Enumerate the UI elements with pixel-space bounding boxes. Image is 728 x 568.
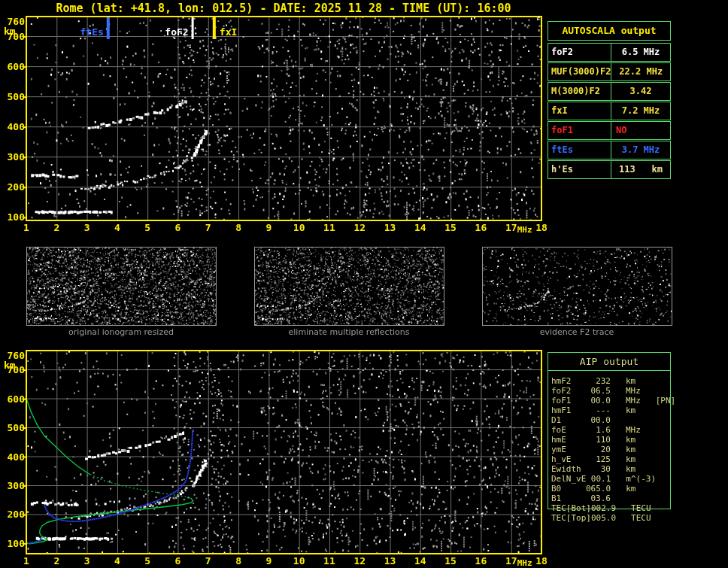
- param-unit: km: [626, 376, 635, 386]
- page-title: Rome (lat: +41.8, lon: 012.5) - DATE: 20…: [0, 2, 567, 15]
- param-label: Ewidth: [551, 464, 586, 474]
- aip-header-divider: [548, 370, 671, 371]
- param-value: 6.5 MHz: [611, 44, 670, 61]
- table-row-foF1: foF1 NO: [548, 121, 671, 140]
- param-value: 110: [586, 435, 611, 445]
- param-label: B0: [551, 484, 586, 494]
- param-label: foF2: [548, 44, 611, 61]
- param-label: foF1: [548, 122, 611, 139]
- table-row-m3000f2: M(3000)F2 3.42: [548, 82, 671, 101]
- aip-row-TECBot: TEC[Bot]002.9TECU: [551, 503, 724, 513]
- param-unit: m^(-3): [626, 474, 656, 484]
- aip-row-DelN_vE: DelN_vE00.1m^(-3): [551, 474, 724, 484]
- param-label: foE: [551, 425, 586, 435]
- param-unit: km: [626, 464, 635, 474]
- param-label: TEC[Top]: [551, 513, 591, 523]
- aip-row-hmF2: hmF2232km: [551, 376, 724, 386]
- param-value: 00.1: [586, 474, 611, 484]
- autoscala-table-title: AUTOSCALA output: [548, 21, 671, 41]
- param-value: NO: [611, 122, 670, 139]
- aip-row-ymE: ymE20km: [551, 445, 724, 454]
- param-label: h_vE: [551, 454, 586, 464]
- aip-table-title: AIP output: [548, 356, 671, 367]
- panel-caption-original: original ionogram resized: [26, 327, 216, 337]
- param-label: foF2: [551, 386, 586, 396]
- table-row-muf3000f2: MUF(3000)F2 22.2 MHz: [548, 62, 671, 81]
- param-label: h'Es: [548, 161, 611, 178]
- param-unit: TECU: [631, 513, 651, 523]
- aip-row-hmF1: hmF1---km: [551, 405, 724, 415]
- param-value: 002.9: [591, 503, 616, 513]
- param-label: ymE: [551, 445, 586, 454]
- autoscala-output-table: AUTOSCALA output foF2 6.5 MHz MUF(3000)F…: [548, 21, 671, 180]
- param-value: 22.2 MHz: [611, 63, 670, 80]
- panel-caption-evidence: evidence F2 trace: [482, 327, 672, 337]
- param-value: 125: [586, 454, 611, 464]
- param-value: 30: [586, 464, 611, 474]
- param-value: 065.0: [586, 484, 611, 494]
- param-value: 005.0: [591, 513, 616, 523]
- param-label: D1: [551, 415, 586, 425]
- param-label: hmF2: [551, 376, 586, 386]
- param-value: 00.0: [586, 396, 611, 405]
- panel-caption-eliminate: eliminate multiple reflections: [254, 327, 444, 337]
- param-value: 00.0: [586, 415, 611, 425]
- table-row-fxI: fxI 7.2 MHz: [548, 102, 671, 120]
- aip-rows: hmF2232km foF206.5MHz foF100.0MHz [PN] h…: [551, 376, 724, 523]
- aip-row-TECTop: TEC[Top]005.0TECU: [551, 513, 724, 523]
- param-unit: km: [626, 454, 635, 464]
- param-unit: km: [626, 445, 635, 454]
- param-value: 03.6: [586, 494, 611, 503]
- param-label: M(3000)F2: [548, 83, 611, 100]
- param-unit: km: [626, 435, 635, 445]
- param-unit: MHz: [626, 425, 641, 435]
- aip-row-hmE: hmE110km: [551, 435, 724, 445]
- param-label: ftEs: [548, 141, 611, 159]
- param-label: foF1: [551, 396, 586, 405]
- aip-row-B0: B0065.0km: [551, 484, 724, 494]
- table-row-foF2: foF2 6.5 MHz: [548, 43, 671, 62]
- param-unit: km: [626, 484, 635, 494]
- param-label: hmF1: [551, 405, 586, 415]
- param-value: 232: [586, 376, 611, 386]
- param-label: fxI: [548, 102, 611, 120]
- aip-row-foE: foE1.6MHz: [551, 425, 724, 435]
- param-unit: MHz: [626, 386, 641, 396]
- table-row-ftEs: ftEs 3.7 MHz: [548, 141, 671, 159]
- param-value: 1.6: [586, 425, 611, 435]
- param-value: ---: [586, 405, 611, 415]
- param-value: 3.7 MHz: [611, 141, 670, 159]
- param-value: 7.2 MHz: [611, 102, 670, 120]
- param-unit: km: [626, 405, 635, 415]
- param-label: MUF(3000)F2: [548, 63, 611, 80]
- aip-row-h_vE: h_vE125km: [551, 454, 724, 464]
- param-unit: TECU: [631, 503, 651, 513]
- param-value: 3.42: [611, 83, 670, 100]
- param-unit: MHz [PN]: [626, 396, 675, 405]
- param-label: TEC[Bot]: [551, 503, 591, 513]
- aip-row-Ewidth: Ewidth30km: [551, 464, 724, 474]
- param-label: B1: [551, 494, 586, 503]
- param-value: 06.5: [586, 386, 611, 396]
- param-label: hmE: [551, 435, 586, 445]
- param-value: 113 km: [611, 161, 670, 178]
- param-value: 20: [586, 445, 611, 454]
- aip-row-foF1: foF100.0MHz [PN]: [551, 396, 724, 405]
- param-label: DelN_vE: [551, 474, 586, 484]
- aip-row-B1: B103.6: [551, 494, 724, 503]
- table-row-hEs: h'Es 113 km: [548, 160, 671, 179]
- aip-row-foF2: foF206.5MHz: [551, 386, 724, 396]
- aip-row-D1: D100.0: [551, 415, 724, 425]
